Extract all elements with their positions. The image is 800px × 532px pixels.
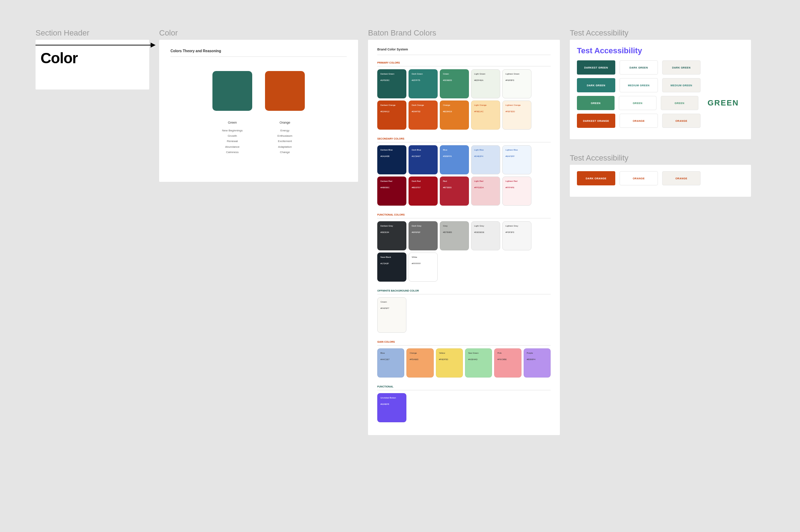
- color-chip[interactable]: Lightest Green#F6F8F3: [502, 69, 531, 98]
- section-header-title: Color: [40, 50, 149, 67]
- color-chip[interactable]: Darkest Blue#0A2A5B: [377, 145, 406, 174]
- color-chip[interactable]: Darkest Green#1F5D5C: [377, 69, 406, 98]
- color-row: Blue#A4C1E7Orange#F5A663Yellow#F6DF5DSea…: [377, 348, 551, 378]
- col-accessibility: Test Accessibility Test Accessibility DA…: [570, 28, 751, 197]
- color-row: Darkest Grey#2E3134Dark Grey#6F6F6FGrey#…: [377, 221, 551, 250]
- frame-label-color: Color: [159, 28, 358, 38]
- color-row: Near-Black#17242FWhite#FFFFFF: [377, 253, 551, 282]
- color-row: Darkest Orange#D24A12Dark Orange#D94702O…: [377, 101, 551, 130]
- color-chip[interactable]: Light Red#FFD2DA: [471, 177, 500, 206]
- color-chip[interactable]: Lightest Blue#EAF3FF: [502, 145, 531, 174]
- brand-sections: PRIMARY COLORSDarkest Green#1F5D5CDark G…: [377, 61, 551, 422]
- color-chip[interactable]: Light Blue#D4E2F4: [471, 145, 500, 174]
- swatch-label-orange: OrangeEnergyEnthusiasmExcitementAdaptati…: [265, 121, 305, 155]
- section-title: OFFWHITE BACKGROUND COLOR: [377, 289, 551, 294]
- acc-row: DARK GREENMEDIUM GREENMEDIUM GREEN: [577, 78, 744, 92]
- color-chip[interactable]: Red#B73555: [440, 177, 469, 206]
- color-chip[interactable]: Orange#ED8419: [440, 101, 469, 130]
- color-chip[interactable]: Grey#B7B9B5: [440, 221, 469, 250]
- section-title: PRIMARY COLORS: [377, 61, 551, 66]
- swatch-orange: [265, 71, 305, 111]
- color-chip[interactable]: Light Green#E5F4EA: [471, 69, 500, 98]
- col-section-header: Section Header Color: [36, 28, 149, 89]
- acc1-title: Test Accessibility: [577, 46, 744, 55]
- frame-brand-colors[interactable]: Brand Color System PRIMARY COLORSDarkest…: [368, 40, 560, 435]
- color-chip[interactable]: White#FFFFFF: [409, 253, 438, 282]
- frame-section-header[interactable]: Color: [36, 40, 149, 89]
- frame-color-theory[interactable]: Colors Theory and Reasoning GreenNew Beg…: [159, 40, 358, 182]
- acc-chip[interactable]: DARK GREEN: [620, 60, 658, 75]
- acc-row: DARKEST ORANGEORANGEORANGE: [577, 114, 744, 128]
- color-chip[interactable]: Dark Orange#D94702: [409, 101, 438, 130]
- brand-heading: Brand Color System: [377, 48, 551, 55]
- acc-chip[interactable]: DARK ORANGE: [577, 171, 615, 185]
- arrow-icon: [36, 45, 155, 45]
- acc-chip[interactable]: MEDIUM GREEN: [662, 78, 701, 92]
- color-chip[interactable]: Pink#F9C9BE: [494, 348, 521, 378]
- color-chip[interactable]: Yellow#F6DF5D: [436, 348, 463, 378]
- figma-canvas: Section Header Color Color Colors Theory…: [36, 28, 779, 435]
- section-title: GAIN COLORS: [377, 341, 551, 346]
- color-chip[interactable]: Dark Blue#1C3A97: [409, 145, 438, 174]
- acc-chip[interactable]: ORANGE: [620, 114, 658, 128]
- color-chip[interactable]: Darkest Orange#D24A12: [377, 101, 406, 130]
- acc-chip[interactable]: GREEN: [661, 96, 698, 110]
- acc-chip[interactable]: ORANGE: [662, 114, 701, 128]
- color-theory-swatches: [171, 71, 347, 111]
- acc-chip[interactable]: ORANGE: [620, 171, 658, 185]
- color-chip[interactable]: Sea Green#A2E4AD: [465, 348, 492, 378]
- color-chip[interactable]: Blue#A4C1E7: [377, 348, 404, 378]
- section-title: SECONDARY COLORS: [377, 137, 551, 142]
- color-chip[interactable]: Orange#F5A663: [406, 348, 433, 378]
- color-chip[interactable]: Cream#FAF9F7: [377, 297, 406, 333]
- swatch-green: [212, 71, 252, 111]
- color-row: Darkest Red#AB050CDark Red#BD0707Red#B73…: [377, 177, 551, 206]
- acc-chip[interactable]: DARKEST ORANGE: [577, 114, 615, 128]
- color-chip[interactable]: Lightest Grey#F3F3F3: [502, 221, 531, 250]
- section-title: FUNCTIONAL COLORS: [377, 213, 551, 218]
- color-row: Unvisited Button#624EF8: [377, 393, 551, 422]
- frame-accessibility-1[interactable]: Test Accessibility DARKEST GREENDARK GRE…: [570, 40, 751, 139]
- acc2-rows: DARK ORANGEORANGEORANGE: [577, 171, 744, 185]
- color-chip[interactable]: Light Grey#DEDEDE: [471, 221, 500, 250]
- color-row: Darkest Blue#0A2A5BDark Blue#1C3A97Blue#…: [377, 145, 551, 174]
- acc-chip[interactable]: GREEN: [619, 96, 656, 110]
- color-chip[interactable]: Purple#B390F4: [524, 348, 551, 378]
- acc-chip[interactable]: DARK GREEN: [662, 60, 701, 75]
- color-chip[interactable]: Blue#5B9FF6: [440, 145, 469, 174]
- color-chip[interactable]: Unvisited Button#624EF8: [377, 393, 406, 422]
- color-theory-heading: Colors Theory and Reasoning: [171, 49, 347, 57]
- color-chip[interactable]: Darkest Red#AB050C: [377, 177, 406, 206]
- acc-chip[interactable]: GREEN: [577, 96, 615, 110]
- color-chip[interactable]: Darkest Grey#2E3134: [377, 221, 406, 250]
- acc1-rows: DARKEST GREENDARK GREENDARK GREENDARK GR…: [577, 60, 744, 128]
- color-theory-labels: GreenNew BeginningsGrowthRenewalAbundanc…: [171, 121, 347, 155]
- acc-chip[interactable]: MEDIUM GREEN: [620, 78, 658, 92]
- frame-label-acc2: Test Accessibility: [570, 153, 751, 163]
- color-chip[interactable]: Dark Grey#6F6F6F: [409, 221, 438, 250]
- acc-big-sample: GREEN: [703, 96, 744, 110]
- color-chip[interactable]: Lightest Orange#FEF3DD: [502, 101, 531, 130]
- acc-row: DARK ORANGEORANGEORANGE: [577, 171, 744, 185]
- color-chip[interactable]: Dark Green#257F75: [409, 69, 438, 98]
- color-row: Darkest Green#1F5D5CDark Green#257F75Gre…: [377, 69, 551, 98]
- frame-label-section-header: Section Header: [36, 28, 149, 38]
- frame-label-brand: Baton Brand Colors: [368, 28, 560, 38]
- frame-accessibility-2[interactable]: DARK ORANGEORANGEORANGE: [570, 165, 751, 197]
- color-row: Cream#FAF9F7: [377, 297, 551, 333]
- color-chip[interactable]: Near-Black#17242F: [377, 253, 406, 282]
- acc-row: GREENGREENGREENGREEN: [577, 96, 744, 110]
- acc-chip[interactable]: DARKEST GREEN: [577, 60, 615, 75]
- frame-label-acc1: Test Accessibility: [570, 28, 751, 38]
- color-chip[interactable]: Dark Red#BD0707: [409, 177, 438, 206]
- color-chip[interactable]: Green#3D9E83: [440, 69, 469, 98]
- section-title: FUNCTIONAL: [377, 385, 551, 390]
- swatch-label-green: GreenNew BeginningsGrowthRenewalAbundanc…: [212, 121, 252, 155]
- acc-row: DARKEST GREENDARK GREENDARK GREEN: [577, 60, 744, 75]
- color-chip[interactable]: Light Orange#F9E1AC: [471, 101, 500, 130]
- acc-chip[interactable]: DARK GREEN: [577, 78, 615, 92]
- col-brand: Baton Brand Colors Brand Color System PR…: [368, 28, 560, 435]
- color-chip[interactable]: Lightest Red#FFF4F6: [502, 177, 531, 206]
- col-color-theory: Color Colors Theory and Reasoning GreenN…: [159, 28, 358, 182]
- acc-chip[interactable]: ORANGE: [662, 171, 701, 185]
